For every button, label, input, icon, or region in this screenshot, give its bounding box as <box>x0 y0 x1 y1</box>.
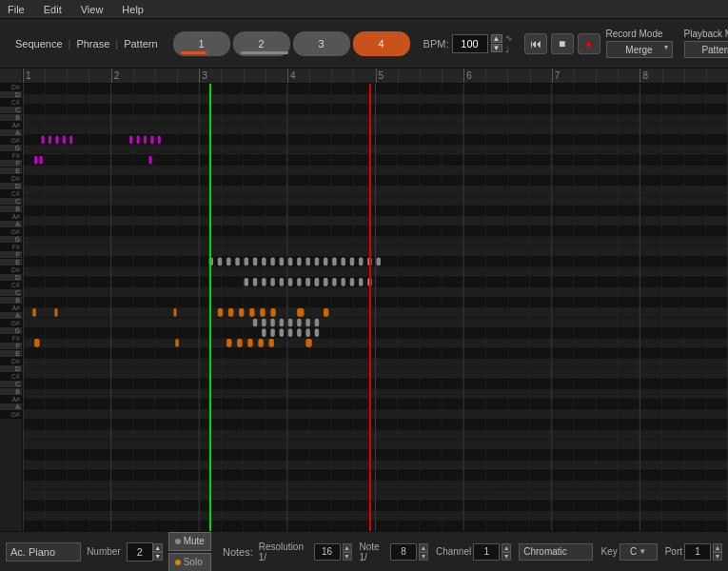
piano-key-B[interactable]: B <box>0 388 22 396</box>
piano-key-Fs[interactable]: F# <box>0 152 22 160</box>
piano-key-As[interactable]: A# <box>0 122 22 129</box>
channel-value[interactable]: 1 <box>473 543 500 561</box>
note-grid[interactable] <box>23 84 728 531</box>
port-arrows: ▲ ▼ <box>713 543 722 561</box>
menu-help[interactable]: Help <box>118 4 148 15</box>
port-up[interactable]: ▲ <box>713 543 722 552</box>
note-group: Note 1/ 8 ▲ ▼ <box>360 541 428 562</box>
piano-key-As[interactable]: A# <box>0 305 22 312</box>
ruler-beat <box>574 69 577 83</box>
note-down[interactable]: ▼ <box>419 552 428 561</box>
piano-key-Gs[interactable]: G# <box>0 411 22 419</box>
piano-key-F[interactable]: F <box>0 251 22 259</box>
bpm-value[interactable]: 100 <box>452 34 488 53</box>
piano-roll-main: D#DC#CBA#AG#GF#FED#DC#CBA#AG#GF#FED#DC#C… <box>0 84 728 531</box>
resolution-label: Resolution 1/ <box>259 541 312 562</box>
pattern-tab-2[interactable]: 2 <box>233 31 290 56</box>
tab-sequence[interactable]: Sequence <box>10 36 69 51</box>
piano-key-A[interactable]: A <box>0 312 22 320</box>
ruler-mark-6: 6 <box>463 69 472 83</box>
piano-key-D[interactable]: D <box>0 365 22 373</box>
ch-down[interactable]: ▼ <box>502 552 511 561</box>
bpm-section: BPM: 100 ▲ ▼ ∿ ♩ <box>423 33 513 54</box>
port-value[interactable]: 1 <box>684 543 711 561</box>
note-up[interactable]: ▲ <box>419 543 428 552</box>
number-value[interactable]: 2 <box>127 542 153 561</box>
resolution-value[interactable]: 16 <box>314 543 341 561</box>
port-label: Port <box>665 546 682 557</box>
ruler-beat <box>420 69 423 83</box>
piano-key-B[interactable]: B <box>0 297 22 305</box>
piano-key-Ds[interactable]: D# <box>0 84 22 91</box>
number-down[interactable]: ▼ <box>153 552 163 561</box>
piano-key-Cs[interactable]: C# <box>0 190 22 198</box>
piano-key-Ds[interactable]: D# <box>0 266 22 274</box>
piano-key-G[interactable]: G <box>0 145 22 152</box>
piano-key-G[interactable]: G <box>0 236 22 244</box>
piano-key-G[interactable]: G <box>0 327 22 335</box>
view-tabs: Sequence | Phrase | Pattern <box>10 36 164 51</box>
piano-key-Gs[interactable]: G# <box>0 228 22 236</box>
solo-button[interactable]: Solo <box>168 553 211 572</box>
rewind-button[interactable]: ⏮ <box>524 33 547 54</box>
chromatic-bar[interactable]: Chromatic <box>519 543 593 561</box>
piano-key-C[interactable]: C <box>0 289 22 297</box>
instrument-name[interactable]: Ac. Piano <box>6 542 81 561</box>
notes-label: Notes: <box>223 546 253 558</box>
piano-key-F[interactable]: F <box>0 160 22 167</box>
playback-mode-select[interactable]: Pattern Song <box>684 41 729 58</box>
tab-pattern[interactable]: Pattern <box>118 36 163 51</box>
piano-key-C[interactable]: C <box>0 381 22 388</box>
piano-key-D[interactable]: D <box>0 183 22 190</box>
piano-key-A[interactable]: A <box>0 404 22 411</box>
note-value[interactable]: 8 <box>390 543 417 561</box>
menu-view[interactable]: View <box>77 4 108 15</box>
piano-key-Cs[interactable]: C# <box>0 282 22 289</box>
piano-key-F[interactable]: F <box>0 343 22 350</box>
piano-key-B[interactable]: B <box>0 206 22 213</box>
piano-key-C[interactable]: C <box>0 198 22 206</box>
piano-key-D[interactable]: D <box>0 274 22 282</box>
res-up[interactable]: ▲ <box>343 543 352 552</box>
piano-key-As[interactable]: A# <box>0 396 22 404</box>
port-down[interactable]: ▼ <box>713 552 722 561</box>
piano-key-B[interactable]: B <box>0 114 22 122</box>
number-up[interactable]: ▲ <box>153 543 163 552</box>
stop-button[interactable]: ■ <box>551 33 574 54</box>
piano-key-C[interactable]: C <box>0 107 22 114</box>
piano-key-E[interactable]: E <box>0 350 22 358</box>
solo-dot <box>175 560 181 565</box>
piano-key-A[interactable]: A <box>0 129 22 137</box>
resolution-arrows: ▲ ▼ <box>343 543 352 561</box>
ch-up[interactable]: ▲ <box>502 543 511 552</box>
record-mode-select[interactable]: Merge Replace <box>606 41 673 58</box>
piano-key-Ds[interactable]: D# <box>0 175 22 183</box>
piano-key-E[interactable]: E <box>0 259 22 266</box>
notes-canvas[interactable] <box>23 84 728 531</box>
piano-key-Gs[interactable]: G# <box>0 320 22 327</box>
piano-key-Fs[interactable]: F# <box>0 335 22 343</box>
pattern-tab-3[interactable]: 3 <box>293 31 350 56</box>
piano-key-As[interactable]: A# <box>0 213 22 221</box>
piano-key-A[interactable]: A <box>0 221 22 228</box>
record-button[interactable]: ● <box>578 33 600 54</box>
piano-key-D[interactable]: D <box>0 91 22 99</box>
piano-key-E[interactable]: E <box>0 167 22 175</box>
bpm-down[interactable]: ▼ <box>491 44 502 52</box>
piano-key-Ds[interactable]: D# <box>0 358 22 365</box>
mute-button[interactable]: Mute <box>168 532 211 551</box>
piano-key-Cs[interactable]: C# <box>0 99 22 107</box>
piano-key-Cs[interactable]: C# <box>0 373 22 381</box>
port-group: Port 1 ▲ ▼ <box>665 543 722 561</box>
ruler-mark-2: 2 <box>111 69 120 83</box>
tab-phrase[interactable]: Phrase <box>70 36 115 51</box>
piano-key-Gs[interactable]: G# <box>0 137 22 145</box>
key-value[interactable]: C ▼ <box>620 543 658 561</box>
pattern-tab-1[interactable]: 1 <box>173 31 230 56</box>
piano-key-Fs[interactable]: F# <box>0 244 22 251</box>
menu-file[interactable]: File <box>4 4 29 15</box>
menu-edit[interactable]: Edit <box>40 4 66 15</box>
bpm-up[interactable]: ▲ <box>491 34 502 43</box>
pattern-tab-4[interactable]: 4 <box>353 31 410 56</box>
res-down[interactable]: ▼ <box>343 552 352 561</box>
